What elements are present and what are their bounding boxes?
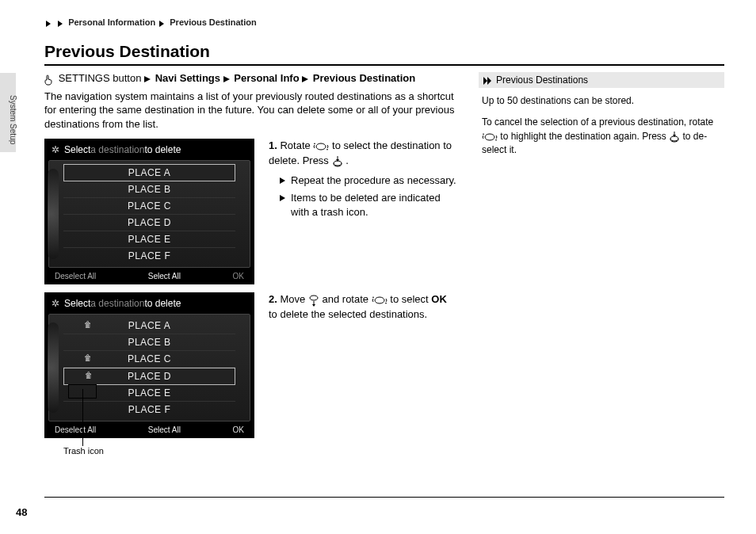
- step-2-text-d: to delete the selected destinations.: [269, 308, 427, 320]
- step-2-ok: OK: [431, 293, 447, 305]
- list-item: PLACE E: [63, 231, 235, 248]
- trash-icon: 🗑: [85, 371, 94, 380]
- breadcrumb-seg2: Previous Destination: [170, 17, 256, 27]
- svg-marker-17: [372, 296, 374, 298]
- rotate-dial-icon: [482, 130, 498, 143]
- svg-marker-19: [483, 77, 487, 85]
- screen-header-pre: Select: [64, 144, 90, 155]
- list-item: PLACE B: [63, 181, 235, 198]
- footer-deselect: Deselect All: [55, 425, 96, 434]
- screen-header-mid: a destination: [90, 298, 144, 309]
- list-item: PLACE F: [63, 248, 235, 264]
- list-item: PLACE B: [63, 334, 235, 351]
- step-2-text-c: to select: [390, 293, 431, 305]
- dial-graphic: [48, 322, 59, 413]
- nav-arrow-icon: [144, 76, 152, 82]
- gear-icon: ✲: [52, 144, 59, 155]
- list-item: 🗑PLACE C: [63, 351, 235, 368]
- footer-deselect: Deselect All: [55, 272, 96, 280]
- step-1-text-a: Rotate: [280, 139, 313, 151]
- sidebar-p2: To cancel the selection of a previous de…: [482, 116, 721, 157]
- footer-ok: OK: [233, 272, 244, 280]
- svg-marker-4: [223, 76, 230, 82]
- screenshot-2: ✲ Select a destination to delete 🗑PLACE …: [44, 292, 254, 438]
- footer-selectall: Select All: [148, 425, 181, 434]
- nav-arrow-icon: [302, 76, 310, 82]
- svg-marker-22: [483, 133, 484, 135]
- page-title: Previous Destination: [44, 42, 724, 66]
- nav-path-s3: Previous Destination: [313, 72, 415, 84]
- list-item: PLACE A: [63, 164, 235, 181]
- sidebar-note-title: Previous Destinations: [496, 74, 588, 86]
- svg-marker-20: [487, 77, 491, 85]
- svg-marker-23: [495, 139, 497, 141]
- step-1-sub1: Repeat the procedure as necessary.: [280, 174, 456, 188]
- svg-marker-0: [46, 21, 51, 27]
- step-1-num: 1.: [269, 139, 277, 151]
- svg-marker-18: [385, 303, 387, 304]
- step-2: 2. Move and rotate to select OK to delet…: [269, 292, 456, 322]
- nav-path-s2: Personal Info: [234, 72, 299, 84]
- breadcrumb-arrow-icon: [58, 18, 64, 28]
- step-1-sub2: Items to be deleted are indicated with a…: [280, 191, 456, 219]
- press-dial-icon: [669, 130, 680, 143]
- trash-icon: 🗑: [84, 353, 93, 362]
- svg-point-21: [485, 134, 494, 140]
- move-dial-icon: [308, 293, 319, 307]
- trash-icon: 🗑: [84, 320, 93, 329]
- step-2-num: 2.: [269, 293, 277, 305]
- svg-marker-5: [302, 76, 308, 82]
- trash-callout: Trash icon: [68, 446, 456, 462]
- list-item: PLACE C: [63, 198, 235, 215]
- screen-header: ✲ Select a destination to delete: [48, 143, 250, 160]
- svg-point-6: [316, 143, 326, 150]
- screen-header: ✲ Select a destination to delete: [48, 296, 250, 314]
- sidebar-note-body: Up to 50 destinations can be stored. To …: [479, 88, 724, 172]
- intro-text: The navigation system maintains a list o…: [44, 90, 456, 132]
- page-number: 48: [16, 506, 27, 518]
- svg-point-16: [375, 297, 384, 303]
- list-item: PLACE F: [63, 402, 235, 418]
- rotate-dial-icon: [313, 139, 329, 154]
- sidebar-note-header: Previous Destinations: [479, 72, 724, 88]
- nav-path: SETTINGS button Navi Settings Personal I…: [44, 72, 456, 85]
- step-2-text-b: and rotate: [323, 293, 372, 305]
- list-item: 🗑PLACE A: [63, 318, 235, 334]
- gear-icon: ✲: [52, 298, 59, 309]
- footer-rule: [44, 497, 724, 498]
- svg-marker-7: [314, 143, 315, 144]
- footer-ok: OK: [233, 425, 244, 434]
- nav-path-prefix: SETTINGS button: [59, 72, 142, 84]
- nav-path-s1: Navi Settings: [155, 72, 220, 84]
- side-tab-label: System Setup: [9, 95, 17, 144]
- sidebar-p1: Up to 50 destinations can be stored.: [482, 94, 721, 108]
- screenshot-1: ✲ Select a destination to delete PLACE A…: [44, 139, 254, 284]
- dial-graphic: [48, 169, 59, 259]
- nav-arrow-icon: [223, 76, 231, 82]
- svg-marker-2: [159, 21, 164, 27]
- screen-header-post: to delete: [144, 298, 181, 309]
- rotate-dial-icon: [372, 293, 388, 307]
- screen-header-post: to delete: [144, 144, 181, 155]
- svg-marker-1: [58, 21, 63, 27]
- svg-point-13: [310, 296, 318, 300]
- breadcrumb: Personal Information Previous Destinatio…: [44, 17, 724, 28]
- list-item: PLACE D: [63, 215, 235, 231]
- trash-callout-label: Trash icon: [63, 446, 456, 456]
- svg-marker-8: [326, 149, 328, 151]
- press-dial-icon: [332, 154, 343, 168]
- list-item: 🗑PLACE D: [63, 368, 235, 385]
- screen-header-mid: a destination: [90, 144, 144, 155]
- breadcrumb-seg1: Personal Information: [68, 17, 155, 27]
- screen-header-pre: Select: [64, 298, 90, 309]
- finger-icon: [44, 74, 54, 85]
- svg-marker-3: [144, 76, 151, 82]
- breadcrumb-arrow-icon: [159, 18, 166, 28]
- step-1-text-c: .: [346, 154, 349, 166]
- step-2-text-a: Move: [280, 293, 307, 305]
- double-chevron-icon: [483, 74, 493, 86]
- svg-marker-15: [312, 304, 315, 307]
- step-1: 1. Rotate to select the destination to d…: [269, 139, 456, 168]
- footer-selectall: Select All: [148, 272, 181, 280]
- breadcrumb-arrow-icon: [46, 18, 52, 28]
